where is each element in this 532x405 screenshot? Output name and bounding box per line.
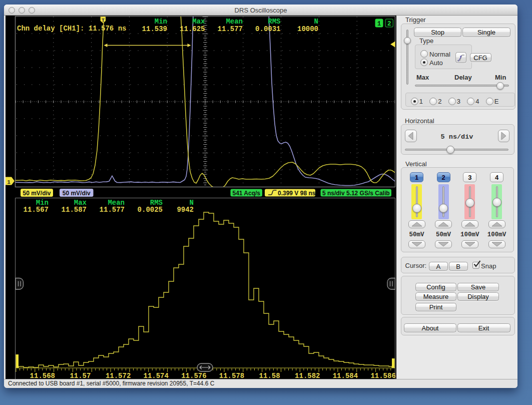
svg-text:0.0031: 0.0031 [255, 25, 280, 33]
svg-text:11.577: 11.577 [218, 25, 243, 33]
svg-text:11.577: 11.577 [100, 206, 125, 214]
svg-text:9942: 9942 [177, 206, 194, 214]
svg-text:11.567: 11.567 [24, 206, 49, 214]
svg-text:11.578: 11.578 [219, 372, 244, 379]
svg-text:11.625: 11.625 [180, 25, 205, 33]
svg-text:11.572: 11.572 [106, 372, 131, 379]
svg-text:11.582: 11.582 [295, 372, 320, 379]
svg-text:541 Acq/s: 541 Acq/s [232, 190, 260, 197]
svg-text:11.57: 11.57 [70, 372, 91, 379]
svg-text:11.584: 11.584 [333, 372, 358, 379]
svg-text:N: N [314, 18, 318, 26]
svg-text:RMS: RMS [268, 18, 280, 26]
svg-text:Max: Max [192, 18, 205, 26]
svg-text:1: 1 [7, 179, 11, 185]
svg-text:Min: Min [155, 18, 167, 26]
svg-text:11.539: 11.539 [142, 25, 167, 33]
svg-text:5 ns/div 5.12 GS/s Calib: 5 ns/div 5.12 GS/s Calib [322, 190, 390, 197]
svg-text:50 mV/div: 50 mV/div [63, 190, 91, 197]
svg-text:1: 1 [377, 21, 381, 28]
svg-text:2: 2 [387, 21, 391, 28]
svg-text:0.399 V 98 ns: 0.399 V 98 ns [278, 190, 316, 197]
svg-text:Mean: Mean [226, 18, 243, 26]
svg-text:Chn delay [CH1]: 11.576 ns: Chn delay [CH1]: 11.576 ns [17, 25, 126, 33]
svg-text:11.587: 11.587 [62, 206, 87, 214]
svg-text:50 mV/div: 50 mV/div [23, 190, 51, 197]
svg-text:11.574: 11.574 [143, 372, 168, 379]
svg-text:11.58: 11.58 [259, 372, 280, 379]
svg-text:11.586: 11.586 [370, 372, 395, 379]
svg-text:0.0025: 0.0025 [138, 206, 163, 214]
svg-text:10000: 10000 [297, 25, 318, 33]
svg-text:T: T [102, 18, 105, 24]
svg-text:11.568: 11.568 [30, 372, 55, 379]
svg-text:11.576: 11.576 [181, 372, 206, 379]
